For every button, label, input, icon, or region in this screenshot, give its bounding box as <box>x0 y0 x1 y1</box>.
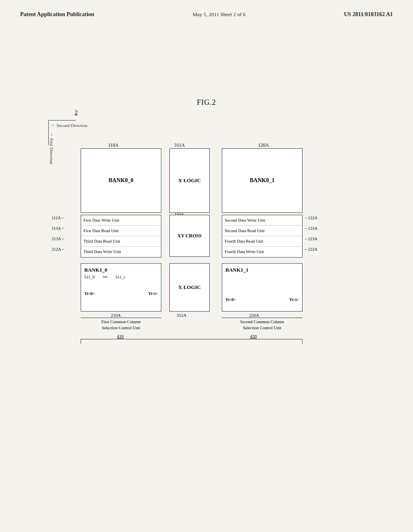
ref-223a-label: ~ 223A <box>305 237 317 241</box>
header-left: Patent Application Publication <box>20 11 94 18</box>
fig-label-text: FIG.2 <box>197 98 216 106</box>
data-unit-row-second-write: Second Data Write Unit <box>222 215 302 226</box>
data-unit-row-third-read: Third Data Read Unit <box>81 236 161 247</box>
bank0-1-box: BANK0_1 <box>222 148 302 213</box>
xlogic-bottom-box: X LOGIC <box>169 263 210 312</box>
first-common-column-label: First Common Column Selection Control Un… <box>81 318 161 331</box>
ref-210a: 210A <box>111 313 121 318</box>
ref-222a-text: 222A <box>308 247 317 251</box>
bank1-0-yi0: Yi<0> <box>84 291 95 296</box>
ref-222a-label: ~ 222A <box>305 247 317 251</box>
ref-222a-tilde: ~ <box>305 247 307 251</box>
ref-num-2: 2 <box>75 109 78 116</box>
ref-113a-label: 113A ~ <box>52 226 64 231</box>
header-right: US 2011/0103162 A1 <box>344 11 393 18</box>
xlogic-bottom-label: X LOGIC <box>178 284 201 291</box>
second-direction-text: Second Direction <box>56 123 88 128</box>
ref-123a-text: 123A <box>308 226 317 231</box>
header-center: May 5, 2011 Sheet 2 of 6 <box>192 11 245 18</box>
bank1-0-sub0: 511_0 <box>84 275 95 279</box>
ref-212a-text: 212A <box>52 247 61 251</box>
second-common-label-text: Second Common Column Selection Control U… <box>240 320 284 330</box>
first-direction-arrow: ↓ <box>50 131 53 137</box>
bank1-0-box: BANK1_0 511_0 ••• 511_i Yi<0> Yi<i> <box>81 263 161 312</box>
second-common-text: Second Common Column Selection Control U… <box>222 319 302 331</box>
ref-223a-tilde: ~ <box>305 237 307 241</box>
ref-122a-label: ~ 122A <box>305 216 317 220</box>
xlogic-top-label: X LOGIC <box>178 177 201 184</box>
data-unit-row-third-write: Third Data Write Unit <box>81 247 161 257</box>
ref-123a-tilde: ~ <box>305 226 307 231</box>
ref-220a: 220A <box>249 313 259 318</box>
first-common-bracket <box>81 318 161 318</box>
xlogic-top-box: X LOGIC <box>169 148 210 213</box>
bank1-1-label: BANK1_1 <box>225 267 299 273</box>
bank0-0-label: BANK0_0 <box>108 177 133 184</box>
fourth-data-read-text: Fourth Data Read Unit <box>225 239 263 244</box>
ref-410: 410 <box>117 334 124 339</box>
ref-223a-text: 223A <box>308 237 317 241</box>
direction-bracket-left-vert <box>48 120 49 145</box>
bank1-1-yi0: Yi<0> <box>225 297 236 302</box>
direction-bracket-top <box>48 120 76 121</box>
bank1-0-sub1: 511_i <box>115 275 125 279</box>
ref-112a-tilde: ~ <box>62 216 64 220</box>
second-direction-label: → Second Direction <box>50 122 88 128</box>
data-units-left: First Data Write Unit First Data Read Un… <box>81 215 161 258</box>
fourth-data-write-text: Fourth Data Write Unit <box>225 249 264 255</box>
ref-312a: 312A <box>177 313 186 318</box>
ref-120a: 120A <box>258 142 269 148</box>
data-units-right: Second Data Write Unit Second Data Read … <box>222 215 302 258</box>
bottom-bracket-right <box>302 339 302 344</box>
xy-cross-label: XY CROSS <box>177 233 202 239</box>
ref-113a-text: 113A <box>52 226 61 231</box>
first-common-text: First Common Column Selection Control Un… <box>81 319 161 331</box>
ref-212a-tilde: ~ <box>62 247 64 251</box>
bank1-1-yii: Yi<i> <box>289 297 299 302</box>
bank1-1-box: BANK1_1 Yi<0> Yi<i> <box>222 263 302 312</box>
page-header: Patent Application Publication May 5, 20… <box>0 0 413 18</box>
first-common-label-text: First Common Column Selection Control Un… <box>101 320 140 330</box>
data-unit-row-first-write: First Data Write Unit <box>81 215 161 226</box>
ref-110a: 110A <box>108 142 119 148</box>
second-data-write-text: Second Data Write Unit <box>225 218 265 223</box>
third-data-write-text: Third Data Write Unit <box>83 249 121 255</box>
first-data-read-text: First Data Read Unit <box>83 228 119 234</box>
bottom-bracket-line <box>81 339 302 339</box>
second-common-bracket <box>222 318 302 318</box>
second-direction-arrow: → <box>50 122 55 128</box>
bottom-bracket-left <box>81 339 81 344</box>
ref-213a-text: 213A <box>52 237 61 241</box>
bank1-0-yii: Yi<i> <box>148 291 158 296</box>
data-unit-row-second-read: Second Data Read Unit <box>222 226 302 236</box>
ref-113a-tilde: ~ <box>62 226 64 231</box>
second-data-read-text: Second Data Read Unit <box>225 228 265 234</box>
ref-122a-text: 122A <box>308 216 317 220</box>
ref-123a-label: ~ 123A <box>305 226 317 231</box>
ref-213a-tilde: ~ <box>62 237 64 241</box>
second-common-column-label: Second Common Column Selection Control U… <box>222 318 302 331</box>
first-direction-label: ↓ First Direction <box>49 131 54 164</box>
ref-213a-label: 213A ~ <box>52 237 64 241</box>
ref-112a-text: 112A <box>52 216 61 220</box>
figure-label: FIG.2 <box>0 98 413 107</box>
first-direction-text: First Direction <box>49 138 54 164</box>
data-unit-row-first-read: First Data Read Unit <box>81 226 161 236</box>
data-unit-row-fourth-write: Fourth Data Write Unit <box>222 247 302 257</box>
xy-cross-box: XY CROSS <box>169 215 210 257</box>
data-unit-row-fourth-read: Fourth Data Read Unit <box>222 236 302 247</box>
ref-122a-tilde: ~ <box>305 216 307 220</box>
bank0-0-box: BANK0_0 <box>81 148 161 213</box>
bank0-1-label: BANK0_1 <box>250 177 274 184</box>
ref-311a: 311A <box>174 142 185 148</box>
ref-212a-label: 212A ~ <box>52 247 64 251</box>
first-data-write-text: First Data Write Unit <box>83 218 119 223</box>
ref-112a-label: 112A ~ <box>52 216 64 220</box>
figure-ref-num: 2 <box>75 109 413 116</box>
diagram-container: → Second Direction ↓ First Direction 110… <box>48 120 355 354</box>
bank1-0-label: BANK1_0 <box>84 267 158 273</box>
ref-420: 420 <box>250 334 257 339</box>
third-data-read-text: Third Data Read Unit <box>83 239 120 244</box>
bank1-0-dots: ••• <box>103 275 107 279</box>
